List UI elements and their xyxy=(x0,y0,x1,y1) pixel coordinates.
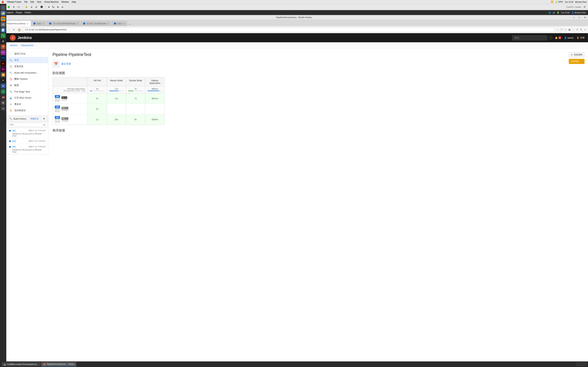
sidebar-item-config[interactable]: ⚙ 配置 xyxy=(6,82,48,88)
stage-cell-62-2[interactable]: 7s xyxy=(126,93,146,104)
addr-icon-menu[interactable]: ≡ xyxy=(584,28,586,32)
build-history-collapse[interactable]: ▼ xyxy=(43,117,45,120)
firefox-minimize[interactable]: ─ xyxy=(571,15,577,20)
sidebar-item-fullstage[interactable]: 🔍 Full Stage View xyxy=(6,88,48,95)
dock-icon-browser[interactable]: 🌐 xyxy=(1,17,6,21)
sidebar-item-changes[interactable]: 📋 变更历史 xyxy=(6,63,48,70)
stage-cell-55-3[interactable]: 929ms xyxy=(145,114,164,125)
tab-close-2[interactable]: ✕ xyxy=(76,22,78,25)
menu-view[interactable]: View xyxy=(37,1,41,3)
addr-icon-shield[interactable]: 🛡 xyxy=(560,28,563,32)
tab-3[interactable]: 🔵 10.244.1.20:9001/hello ✕ xyxy=(81,21,111,26)
sidebar-item-build[interactable]: 🔧 Build with Parameters xyxy=(6,70,48,76)
build-link-59[interactable]: #59 xyxy=(12,140,16,142)
tab-4[interactable]: 🔵 index ✕ xyxy=(112,21,127,26)
nav-forward[interactable]: → xyxy=(7,28,11,32)
dock-icon-files[interactable]: 📁 xyxy=(1,11,6,16)
sidebar-item-rename[interactable]: ✏ 重命名 xyxy=(6,101,48,107)
tab-close-3[interactable]: ✕ xyxy=(107,22,109,25)
menu-file[interactable]: File xyxy=(24,1,27,3)
stage-cell-55-0[interactable]: 1s xyxy=(88,114,107,125)
toolbar-btn-phone[interactable]: 📞 xyxy=(51,5,56,8)
toolbar-btn-fwd[interactable]: ▶ xyxy=(56,5,60,8)
recent-changes-link[interactable]: 最近变更 xyxy=(61,62,71,66)
build-link-62[interactable]: #62 xyxy=(12,130,16,132)
menu-edit[interactable]: Edit xyxy=(30,1,34,3)
tab-1[interactable]: 🔵 index ✕ xyxy=(31,21,47,26)
notification-area[interactable]: 🔔 1 xyxy=(555,36,561,39)
gnome-places[interactable]: Places xyxy=(16,11,22,14)
gnome-user-icon[interactable]: 👤 Michael Zhan xyxy=(571,12,586,14)
addr-icon-sync[interactable]: ↺ xyxy=(576,28,579,32)
sidebar-item-status[interactable]: 🔍 状态 xyxy=(6,57,48,63)
stage-cell-62-1[interactable]: 11s xyxy=(107,93,126,104)
gnome-firefox[interactable]: Firefox xyxy=(25,11,31,14)
build-number-55[interactable]: #55 xyxy=(55,116,60,119)
sidebar-item-back[interactable]: ↑ 返回工作台 xyxy=(6,51,48,57)
dock-icon-terminal[interactable]: 🖥 xyxy=(1,39,6,44)
dock-icon-monitor[interactable]: 🖥 xyxy=(1,100,6,105)
dock-icon-git[interactable]: 🐙 xyxy=(1,95,6,100)
dock-icon-xd[interactable]: Xd xyxy=(1,67,6,72)
tab-2[interactable]: 🔵 172.16.69.169:30010/hello ✕ xyxy=(47,21,80,26)
tab-close-4[interactable]: ✕ xyxy=(123,22,125,25)
sidebar-item-blueocean[interactable]: 🌊 打开 Blue Ocean xyxy=(6,95,48,101)
logout-area[interactable]: 🚪 注销 xyxy=(576,36,585,39)
dock-icon-tools[interactable]: 🔧 xyxy=(1,33,6,38)
stage-cell-55-1[interactable]: 23s xyxy=(107,114,126,125)
toolbar-btn-lock[interactable]: 🔒 xyxy=(24,5,29,8)
menu-window[interactable]: Window xyxy=(61,1,69,3)
build-history-link[interactable]: 构建历史 xyxy=(30,117,39,120)
jenkins-search-input[interactable] xyxy=(512,35,547,40)
tab-close-0[interactable]: ✕ xyxy=(26,22,29,25)
sidebar-item-syntax[interactable]: 📜 流水线语法 xyxy=(6,107,48,114)
jenkins-help-icon[interactable]: ? xyxy=(549,36,552,40)
dock-icon-package[interactable]: 📦 xyxy=(1,44,6,49)
user-area[interactable]: 👤 admin xyxy=(564,36,574,39)
addr-icon-screenshot[interactable]: ⬚ xyxy=(572,28,575,32)
app-name[interactable]: VMware Fusion xyxy=(7,1,21,3)
toolbar-btn-2[interactable]: ◁▷ xyxy=(16,5,21,8)
toolbar-btn-end[interactable]: ⏭ xyxy=(61,6,65,8)
dock-icon-user[interactable]: 👤 xyxy=(1,5,6,10)
stage-cell-62-3[interactable]: 991ms xyxy=(145,93,164,104)
dock-icon-mix[interactable]: 🔀 xyxy=(1,72,6,77)
toolbar-btn-1[interactable]: ⊞ xyxy=(12,5,16,8)
dock-icon-x[interactable]: ✖ xyxy=(1,78,6,83)
new-tab-button[interactable]: + xyxy=(128,22,132,26)
dock-icon-word[interactable]: W xyxy=(1,83,6,88)
dock-icon-settings[interactable]: ⚙ xyxy=(1,22,6,27)
nav-home[interactable]: 🏠 xyxy=(17,28,22,32)
toolbar-btn-rec[interactable]: ⬛ xyxy=(39,5,44,8)
addr-icon-more[interactable]: ⋯ xyxy=(556,28,559,32)
maximize-button[interactable] xyxy=(8,6,10,8)
build-search-input[interactable] xyxy=(9,123,43,127)
dock-icon-photoshop[interactable]: Ps xyxy=(1,56,6,60)
build-search-clear[interactable]: ✕ xyxy=(43,123,46,126)
restore-btn[interactable]: 🗗 xyxy=(583,6,587,8)
address-input[interactable] xyxy=(23,27,554,32)
toolbar-btn-screen[interactable]: 🖥 xyxy=(29,6,34,8)
nav-refresh[interactable]: ↻ xyxy=(12,28,16,32)
stage-cell-62-0[interactable]: 2s xyxy=(88,93,107,104)
firefox-restore[interactable]: □ xyxy=(577,15,582,20)
dock-icon-folders[interactable]: 🗂 xyxy=(1,106,6,111)
build-link-55[interactable]: #55 xyxy=(12,146,16,148)
dock-icon-cut[interactable]: ✂ xyxy=(1,50,6,55)
dock-icon-text[interactable]: 📝 xyxy=(1,28,6,33)
menu-help[interactable]: Help xyxy=(72,1,76,3)
addr-icon-extension[interactable]: 🔧 xyxy=(579,28,583,32)
disable-project-btn[interactable]: 禁用项目 xyxy=(569,59,585,64)
breadcrumb-jenkins[interactable]: Jenkins xyxy=(10,44,17,47)
addr-icon-sidebar[interactable]: ▦ xyxy=(568,28,571,32)
taskbar-item-terminal[interactable]: 💻 root@k8s-master:/home/apache-to... xyxy=(1,362,40,366)
stage-cell-59-0[interactable]: 2s xyxy=(88,104,107,114)
apple-menu[interactable]: 🍎 xyxy=(1,1,4,3)
sidebar-item-delete[interactable]: 🚫 删除 Pipeline xyxy=(6,76,48,82)
breadcrumb-pipeline[interactable]: PipelineTest xyxy=(21,44,33,47)
dock-icon-excel[interactable]: X xyxy=(1,89,6,94)
taskbar-item-firefox[interactable]: 🦊 PipelineTest [Jenkins] — Firefox xyxy=(41,362,76,366)
toolbar-btn-back[interactable]: ◀ xyxy=(47,5,50,8)
dock-icon-ai[interactable]: Ai xyxy=(1,61,6,66)
addr-icon-star[interactable]: ☆ xyxy=(564,28,567,32)
